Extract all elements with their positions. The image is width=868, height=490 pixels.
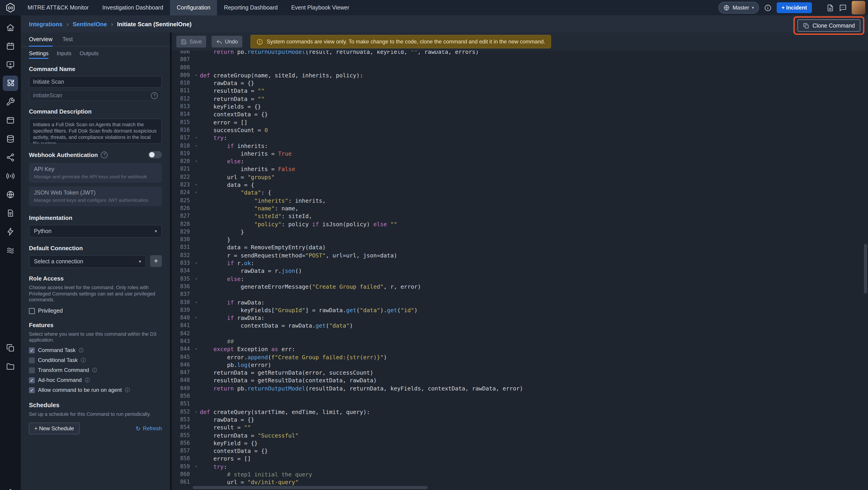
checkbox-transform-command[interactable] (29, 367, 35, 373)
code-line[interactable]: 832 r = sendRequest(method="POST", url=u… (172, 251, 868, 259)
fold-marker[interactable] (193, 212, 200, 220)
fold-marker[interactable] (193, 392, 200, 400)
fold-marker[interactable] (193, 479, 200, 486)
fold-marker[interactable] (193, 220, 200, 228)
info-icon[interactable]: ⓘ (79, 347, 84, 353)
code-line[interactable]: 823▾ data = { (172, 181, 868, 189)
code-line[interactable]: 826 "name": name, (172, 204, 868, 212)
clone-command-button[interactable]: Clone Command (798, 20, 860, 32)
breadcrumb-link-integrations[interactable]: Integrations (29, 21, 63, 27)
code-line[interactable]: 857 contextData = {} (172, 447, 868, 455)
new-schedule-button[interactable]: + New Schedule (29, 423, 79, 434)
sidebar-item-sites[interactable] (3, 187, 18, 202)
code-line[interactable]: 811 resultData = "" (172, 87, 868, 95)
fold-marker[interactable] (193, 369, 200, 377)
fold-marker[interactable] (193, 455, 200, 463)
code-line[interactable]: 859▾ try: (172, 463, 868, 470)
undo-button[interactable]: Undo (212, 36, 242, 48)
fold-marker[interactable] (193, 236, 200, 243)
fold-marker[interactable] (193, 267, 200, 275)
fold-marker[interactable] (193, 126, 200, 134)
sidebar-item-data[interactable] (3, 131, 18, 147)
code-line[interactable]: 854 result = "" (172, 424, 868, 432)
fold-marker[interactable] (193, 111, 200, 119)
checkbox-command-task[interactable]: ✓ (29, 347, 35, 353)
info-icon[interactable]: ⓘ (92, 367, 97, 374)
info-icon[interactable]: ⓘ (125, 386, 130, 394)
code-line[interactable]: 848 resultData = getResultData(contextDa… (172, 377, 868, 384)
fold-marker[interactable] (193, 95, 200, 103)
nav-item-reporting-dashboard[interactable]: Reporting Dashboard (217, 0, 285, 16)
fold-marker[interactable] (193, 251, 200, 259)
code-line[interactable]: 847 returnData = getReturnData(error, su… (172, 369, 868, 377)
code-line[interactable]: 843 ## (172, 338, 868, 345)
code-line[interactable]: 829 } (172, 228, 868, 236)
fold-marker[interactable] (193, 400, 200, 408)
code-line[interactable]: 860 # step1 initial the query (172, 470, 868, 479)
code-line[interactable]: 844▾ except Exception as err: (172, 345, 868, 353)
fold-marker[interactable] (193, 290, 200, 298)
nav-item-investigation-dashboard[interactable]: Investigation Dashboard (95, 0, 170, 16)
fold-marker[interactable]: ▾ (193, 259, 200, 267)
code-line[interactable]: 806 return pb.returnOutputModel(result, … (172, 51, 868, 56)
sidebar-item-settings[interactable] (3, 486, 18, 490)
code-line[interactable]: 852▾def createQuery(startTime, endTime, … (172, 408, 868, 416)
fold-marker[interactable] (193, 416, 200, 424)
fold-marker[interactable] (193, 424, 200, 432)
code-line[interactable]: 841 contextData = rawData.get("data") (172, 322, 868, 330)
nav-item-configuration[interactable]: Configuration (170, 0, 217, 16)
code-line[interactable]: 807 (172, 56, 868, 64)
fold-marker[interactable] (193, 51, 200, 56)
tab-test[interactable]: Test (62, 33, 73, 46)
help-icon[interactable]: ? (151, 92, 158, 99)
fold-marker[interactable] (193, 431, 200, 439)
report-icon[interactable] (827, 4, 834, 11)
sidebar-item-calendar[interactable] (3, 38, 18, 54)
fold-marker[interactable] (193, 118, 200, 126)
code-line[interactable]: 858 errors = [] (172, 455, 868, 463)
code-line[interactable]: 809▾def createGroup(name, siteId, inheri… (172, 71, 868, 79)
nav-item-event-playbook-viewer[interactable]: Event Playbook Viewer (284, 0, 356, 16)
fold-marker[interactable] (193, 306, 200, 314)
connection-select[interactable]: Select a connection ▾ (29, 255, 146, 268)
code-line[interactable]: 861 url = "dv/init-query" (172, 479, 868, 486)
code-line[interactable]: 824▾ "data": { (172, 189, 868, 197)
subtab-settings[interactable]: Settings (29, 47, 49, 60)
code-line[interactable]: 817▾ try: (172, 134, 868, 142)
implementation-select[interactable]: Python ▾ (29, 225, 162, 237)
info-icon[interactable] (764, 4, 772, 11)
code-line[interactable]: 821 inherits = False (172, 165, 868, 173)
fold-marker[interactable]: ▾ (193, 345, 200, 353)
fold-marker[interactable] (193, 322, 200, 330)
command-description-input[interactable]: Initiates a Full Disk Scan on Agents tha… (29, 119, 162, 144)
code-line[interactable]: 855 returnData = "Successful" (172, 431, 868, 439)
fold-marker[interactable] (193, 87, 200, 95)
code-line[interactable]: 820▾ else: (172, 157, 868, 165)
fold-marker[interactable] (193, 361, 200, 369)
chat-icon[interactable] (839, 4, 847, 11)
fold-marker[interactable]: ▾ (193, 134, 200, 142)
info-icon[interactable]: ⓘ (81, 357, 86, 364)
code-line[interactable]: 836 generateErrorMessage("Create Group f… (172, 283, 868, 291)
sidebar-item-connections[interactable] (3, 150, 18, 165)
fold-marker[interactable]: ▾ (193, 71, 200, 79)
code-line[interactable]: 822 url = "groups" (172, 173, 868, 181)
help-icon[interactable]: ? (101, 151, 108, 158)
tab-overview[interactable]: Overview (29, 33, 53, 46)
code-line[interactable]: 845 error.append(f"Create Group failed:{… (172, 353, 868, 361)
code-line[interactable]: 819 inherits = True (172, 150, 868, 158)
fold-marker[interactable] (193, 329, 200, 338)
code-line[interactable]: 835▾ else: (172, 275, 868, 283)
sidebar-item-streams[interactable] (3, 242, 18, 258)
code-editor[interactable]: 806 return pb.returnOutputModel(result, … (172, 51, 868, 490)
code-line[interactable]: 810 rawData = {} (172, 79, 868, 87)
fold-marker[interactable] (193, 204, 200, 212)
code-line[interactable]: 812 returnData = "" (172, 95, 868, 103)
code-line[interactable]: 808 (172, 64, 868, 71)
subtab-inputs[interactable]: Inputs (57, 47, 71, 60)
fold-marker[interactable]: ▾ (193, 275, 200, 283)
fold-marker[interactable] (193, 384, 200, 393)
code-line[interactable]: 831 data = RemoveEmptyEntry(data) (172, 243, 868, 252)
fold-marker[interactable] (193, 447, 200, 455)
code-line[interactable]: 840▾ if rawData: (172, 314, 868, 322)
